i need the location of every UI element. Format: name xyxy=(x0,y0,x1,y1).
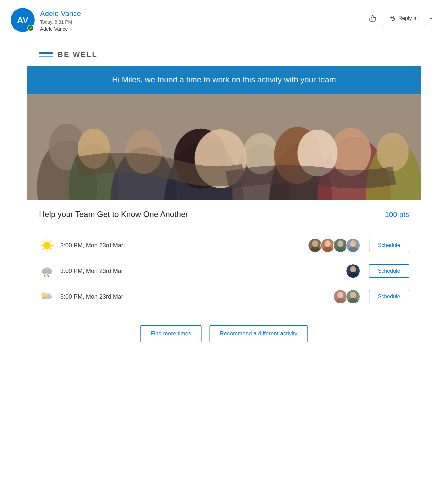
online-status-icon xyxy=(27,25,34,31)
slot-avatars-3 xyxy=(333,289,358,304)
svg-point-32 xyxy=(337,240,343,247)
svg-point-48 xyxy=(46,295,52,299)
email-body: BE WELL Hi Miles, we found a time to wor… xyxy=(27,41,421,354)
slot-row: 3:00 PM, Mon 23rd Mar xyxy=(39,233,409,258)
activity-info: Help your Team Get to Know One Another 1… xyxy=(27,200,421,219)
reply-dropdown-button[interactable] xyxy=(425,11,437,26)
slot-time-3: 3:00 PM, Mon 23rd Mar xyxy=(60,293,328,300)
svg-line-27 xyxy=(43,248,44,250)
slot-avatar xyxy=(346,264,360,278)
svg-point-35 xyxy=(348,247,358,252)
hero-text: Hi Miles, we found a time to work on thi… xyxy=(40,75,408,84)
schedule-button-2[interactable]: Schedule xyxy=(369,264,409,278)
sender-text: Adele Vance Today, 8:31 PM Adele Vance ∨ xyxy=(40,8,81,32)
slot-time-2: 3:00 PM, Mon 23rd Mar xyxy=(60,268,340,275)
like-button[interactable] xyxy=(365,11,380,26)
svg-point-44 xyxy=(350,266,356,273)
schedule-button-3[interactable]: Schedule xyxy=(369,290,409,303)
expand-recipients-icon[interactable]: ∨ xyxy=(70,27,73,31)
svg-point-30 xyxy=(325,240,331,247)
svg-point-31 xyxy=(323,247,333,252)
slot-time-1: 3:00 PM, Mon 23rd Mar xyxy=(60,242,302,249)
svg-point-19 xyxy=(43,242,51,249)
reply-all-group: Reply all xyxy=(383,11,437,26)
team-photo xyxy=(27,94,421,200)
team-photo-svg xyxy=(27,94,421,200)
svg-point-34 xyxy=(350,240,356,247)
sender-name: Adele Vance xyxy=(40,9,81,18)
email-header: AV Adele Vance Today, 8:31 PM Adele Vanc… xyxy=(0,0,448,37)
sunny-weather-icon xyxy=(39,237,55,253)
cloudy-weather-icon xyxy=(39,289,55,305)
recommend-different-activity-button[interactable]: Recommend a different activity xyxy=(210,325,308,342)
svg-line-24 xyxy=(43,241,44,243)
svg-line-25 xyxy=(50,248,51,250)
svg-point-45 xyxy=(348,272,358,278)
slot-avatars-2 xyxy=(346,264,358,278)
svg-point-28 xyxy=(312,240,318,247)
storm-weather-icon xyxy=(39,263,55,279)
svg-point-55 xyxy=(335,298,345,303)
email-actions: Reply all xyxy=(365,8,437,26)
slot-row: 3:00 PM, Mon 23rd Mar Schedule xyxy=(39,284,409,309)
brand-line-top xyxy=(39,52,53,54)
svg-point-54 xyxy=(337,292,343,298)
svg-point-56 xyxy=(350,292,356,298)
activity-points: 100 pts xyxy=(385,210,409,219)
schedule-slots: 3:00 PM, Mon 23rd Mar xyxy=(27,233,421,317)
svg-line-26 xyxy=(50,241,51,243)
slot-avatar xyxy=(346,289,360,304)
reply-all-label: Reply all xyxy=(398,15,419,21)
brand-line-bottom xyxy=(39,56,53,57)
bottom-actions: Find more times Recommend a different ac… xyxy=(27,317,421,354)
slot-row: 3:00 PM, Mon 23rd Mar Schedule xyxy=(39,258,409,284)
slot-avatar xyxy=(346,238,360,253)
svg-line-42 xyxy=(48,274,49,277)
brand-logo xyxy=(39,52,53,57)
svg-point-57 xyxy=(348,298,358,303)
find-more-times-button[interactable]: Find more times xyxy=(140,325,202,342)
avatar-wrap: AV xyxy=(11,8,35,32)
brand-name: BE WELL xyxy=(58,50,98,59)
svg-point-29 xyxy=(310,247,320,252)
sender-to: Adele Vance ∨ xyxy=(40,26,81,32)
svg-point-33 xyxy=(335,247,345,252)
activity-title: Help your Team Get to Know One Another xyxy=(39,210,188,219)
reply-all-button[interactable]: Reply all xyxy=(383,12,425,25)
svg-line-53 xyxy=(42,292,42,293)
brand-header: BE WELL xyxy=(27,41,421,66)
hero-banner: Hi Miles, we found a time to work on thi… xyxy=(27,66,421,94)
schedule-button-1[interactable]: Schedule xyxy=(369,239,409,252)
svg-line-39 xyxy=(44,274,45,276)
divider xyxy=(39,226,409,226)
sender-info: AV Adele Vance Today, 8:31 PM Adele Vanc… xyxy=(11,8,81,32)
slot-avatars-1 xyxy=(308,238,358,253)
svg-point-38 xyxy=(46,269,52,274)
svg-point-16 xyxy=(377,133,409,171)
send-time: Today, 8:31 PM xyxy=(40,19,81,25)
